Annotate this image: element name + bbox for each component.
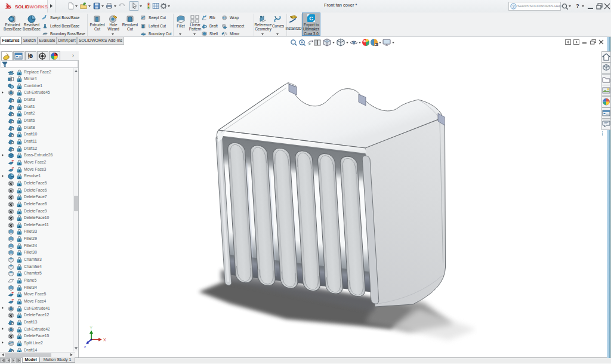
svg-text:X: X: [103, 338, 106, 342]
svg-text:txt: txt: [224, 17, 226, 19]
svg-text:z: z: [84, 345, 86, 348]
svg-text:?: ?: [513, 4, 515, 8]
svg-text:B: B: [29, 53, 33, 59]
svg-text:C: C: [309, 16, 313, 21]
svg-text:Y: Y: [90, 326, 93, 330]
